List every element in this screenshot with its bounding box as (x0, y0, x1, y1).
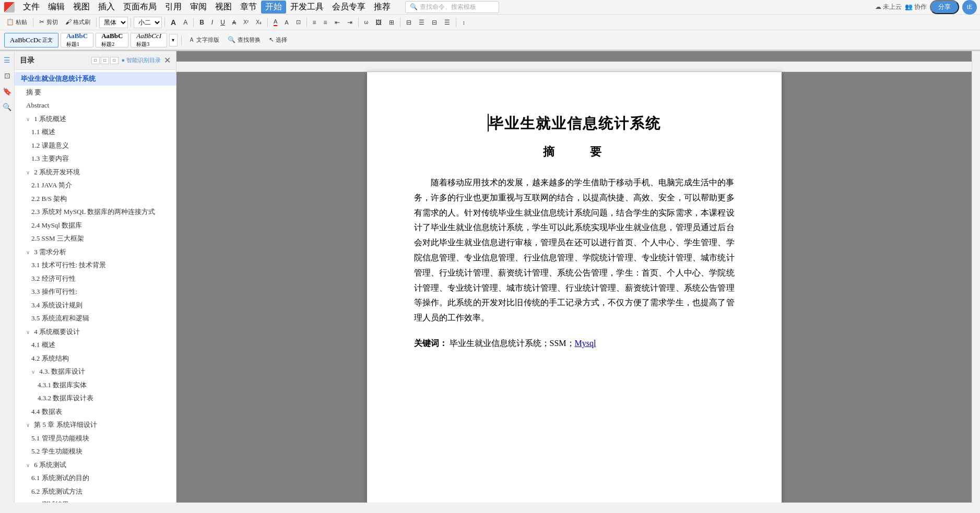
toc-item-3-1[interactable]: 3.1 技术可行性: 技术背景 (15, 258, 176, 272)
text-layout-button[interactable]: Ａ 文字排版 (185, 34, 222, 45)
keywords-link[interactable]: Mysql (575, 339, 596, 348)
menu-view2[interactable]: 视图 (211, 1, 236, 14)
menu-review[interactable]: 审阅 (186, 1, 211, 14)
menu-file[interactable]: 文件 (19, 1, 44, 14)
search-box[interactable]: 🔍 查找命令、搜索模板 (405, 1, 499, 13)
toc-item-4-1[interactable]: 4.1 概述 (15, 338, 176, 352)
menu-home[interactable]: 开始 (261, 1, 286, 14)
menu-page-layout[interactable]: 页面布局 (119, 1, 161, 14)
toc-item-4-3-2[interactable]: 4.3.2 数据库设计表 (15, 391, 176, 405)
toc-item-ch6[interactable]: ∨ 6 系统测试 (15, 458, 176, 472)
toc-item-4-2[interactable]: 4.2 系统结构 (15, 352, 176, 365)
toc-item-ch4[interactable]: ∨ 4 系统概要设计 (15, 325, 176, 339)
align-justify-button[interactable]: ☰ (441, 18, 453, 27)
menu-member[interactable]: 会员专享 (328, 1, 370, 14)
style-heading1[interactable]: AaBbC 标题1 (61, 33, 93, 47)
nav-icon[interactable]: ⊡ (2, 70, 13, 81)
style-normal[interactable]: AaBbCcDc 正文 (4, 33, 58, 47)
style-heading3[interactable]: AaBbCcI 标题3 (131, 33, 167, 47)
toc-item-ch5[interactable]: ∨ 第 5 章 系统详细设计 (15, 418, 176, 432)
toc-item-1-2[interactable]: 1.2 课题意义 (15, 139, 176, 152)
cut-button[interactable]: ✂ 剪切 (36, 17, 61, 27)
user-avatar[interactable]: tE (962, 0, 977, 15)
toc-item-title[interactable]: 毕业生就业信息统计系统 (15, 72, 176, 86)
smart-toc-btn[interactable]: ● 智能识别目录 (122, 56, 161, 64)
indent-decrease-button[interactable]: ⇤ (332, 18, 343, 27)
align-left-button[interactable]: ⊟ (403, 18, 415, 27)
bookmark-icon[interactable]: 🔖 (2, 86, 13, 97)
menu-view[interactable]: 视图 (69, 1, 94, 14)
toc-item-2-1[interactable]: 2.1 JAVA 简介 (15, 178, 176, 192)
indent-increase-button[interactable]: ⇥ (344, 18, 356, 27)
toc-item-ch2[interactable]: ∨ 2 系统开发环境 (15, 165, 176, 179)
toc-item-ch3[interactable]: ∨ 3 需求分析 (15, 245, 176, 259)
search-sidebar-icon[interactable]: 🔍 (2, 101, 13, 113)
toc-item-4-4[interactable]: 4.4 数据表 (15, 405, 176, 419)
toc-item-3-5[interactable]: 3.5 系统流程和逻辑 (15, 312, 176, 325)
toc-item-1-3[interactable]: 1.3 主要内容 (15, 152, 176, 165)
font-name-select[interactable]: 黑体 (99, 17, 128, 28)
select-button[interactable]: ↖ 选择 (266, 35, 290, 45)
toc-item-3-3[interactable]: 3.3 操作可行性: (15, 285, 176, 299)
toc-item-ch1[interactable]: ∨ 1 系统概述 (15, 112, 176, 126)
bullet-list-button[interactable]: ≡ (310, 18, 320, 27)
menu-edit[interactable]: 编辑 (44, 1, 69, 14)
toc-item-5-1[interactable]: 5.1 管理员功能模块 (15, 432, 176, 445)
insert-table-button[interactable]: ⊞ (386, 18, 397, 27)
toc-item-1-1[interactable]: 1.1 概述 (15, 125, 176, 139)
strikethrough-button[interactable]: A (229, 18, 239, 27)
underline-button[interactable]: U (217, 18, 228, 27)
sidebar-close-btn[interactable]: ✕ (164, 55, 171, 65)
menu-insert[interactable]: 插入 (94, 1, 119, 14)
font-size-increase-btn[interactable]: A (168, 17, 179, 28)
toc-item-5-2[interactable]: 5.2 学生功能模块 (15, 445, 176, 458)
insert-image-button[interactable]: 🖼 (372, 18, 385, 27)
style-heading2[interactable]: AaBbC 标题2 (96, 33, 128, 47)
doc-main-title[interactable]: 毕业生就业信息统计系统 (414, 114, 735, 134)
toc-icon[interactable]: ☰ (2, 54, 13, 66)
special-char-button[interactable]: ω (361, 18, 372, 26)
toc-item-abstract[interactable]: 摘 要 (15, 86, 176, 99)
share-button[interactable]: 分享 (930, 0, 959, 14)
menu-reference[interactable]: 引用 (161, 1, 186, 14)
align-center-button[interactable]: ☰ (416, 18, 428, 27)
toc-item-2-4[interactable]: 2.4 MySql 数据库 (15, 219, 176, 232)
align-right-button[interactable]: ⊟ (429, 18, 440, 27)
toc-item-3-2[interactable]: 3.2 经济可行性 (15, 272, 176, 285)
toc-item-3-4[interactable]: 3.4 系统设计规则 (15, 299, 176, 312)
bold-button[interactable]: B (196, 18, 207, 27)
toc-item-6-1[interactable]: 6.1 系统测试的目的 (15, 471, 176, 485)
subscript-button[interactable]: X₂ (253, 18, 265, 26)
highlight-button[interactable]: A (281, 18, 291, 27)
toc-item-abstract-en[interactable]: Abstract (15, 99, 176, 112)
toc-item-6-3[interactable]: 6.3 测试结果 (15, 498, 176, 503)
toc-item-6-2[interactable]: 6.2 系统测试方法 (15, 485, 176, 498)
line-spacing-button[interactable]: ↕ (459, 18, 468, 27)
doc-abstract-text[interactable]: 随着移动应用技术的发展，越来越多的学生借助于移动手机、电脑完成生活中的事务，许多… (414, 175, 735, 326)
view-btn-1[interactable]: □ (91, 57, 100, 64)
menu-devtools[interactable]: 开发工具 (286, 1, 328, 14)
menu-recommend[interactable]: 推荐 (370, 1, 395, 14)
toc-item-2-5[interactable]: 2.5 SSM 三大框架 (15, 232, 176, 245)
numbered-list-button[interactable]: ≡ (321, 18, 330, 27)
right-scrollbar[interactable] (972, 51, 980, 503)
toc-item-4-3[interactable]: ∨ 4.3. 数据库设计 (15, 365, 176, 378)
find-replace-button[interactable]: 🔍 查找替换 (225, 35, 263, 45)
font-color-button[interactable]: A (270, 17, 280, 27)
collab-btn[interactable]: 👥 协作 (905, 3, 927, 11)
font-size-select[interactable]: 小二 (134, 17, 162, 28)
toc-item-2-2[interactable]: 2.2 B/S 架构 (15, 192, 176, 206)
menu-chapter[interactable]: 章节 (236, 1, 261, 14)
toc-item-4-3-1[interactable]: 4.3.1 数据库实体 (15, 378, 176, 392)
view-btn-2[interactable]: □ (101, 57, 109, 64)
paste-button[interactable]: 📋 粘贴 (3, 17, 30, 27)
cloud-status[interactable]: ☁ 未上云 (875, 3, 902, 11)
text-frame-button[interactable]: ⊡ (293, 18, 304, 27)
format-painter-button[interactable]: 🖌 格式刷 (62, 17, 93, 27)
font-size-decrease-btn[interactable]: A (180, 18, 191, 27)
italic-button[interactable]: I (208, 18, 216, 27)
superscript-button[interactable]: X² (240, 18, 252, 26)
view-btn-3[interactable]: □ (110, 57, 119, 64)
toc-item-2-3[interactable]: 2.3 系统对 MySQL 数据库的两种连接方式 (15, 205, 176, 219)
style-more-btn[interactable]: ▾ (169, 34, 178, 46)
